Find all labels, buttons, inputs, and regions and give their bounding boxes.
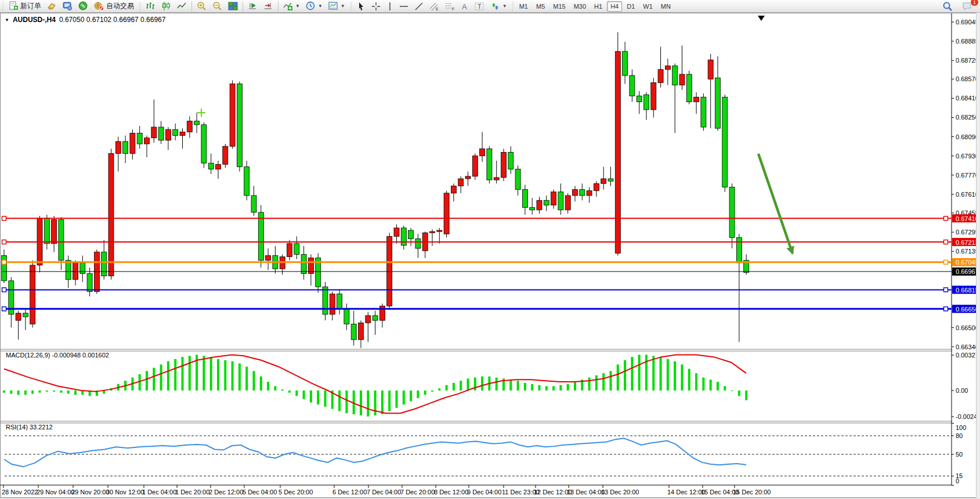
macd-histogram-bar	[253, 371, 255, 390]
indicators-button[interactable]: ▼	[280, 1, 303, 12]
candle-body	[266, 255, 271, 260]
price-tick-label: 0.67295	[956, 229, 979, 236]
candle-body	[637, 96, 642, 102]
candle-body	[16, 313, 21, 320]
macd-histogram-bar	[602, 373, 605, 390]
macd-histogram-bar	[531, 384, 533, 390]
candle-body	[437, 230, 442, 232]
toolbar-grip	[511, 2, 515, 11]
zoom-out-icon	[212, 1, 222, 11]
macd-histogram-bar	[303, 390, 305, 399]
notification-badge: 1	[970, 0, 979, 6]
timeframe-button-h4[interactable]: H4	[607, 1, 622, 12]
chart-symbol-period: AUDUSD-,H4	[13, 16, 56, 24]
line-anchor	[2, 288, 6, 292]
candle-body	[522, 190, 527, 208]
timeframe-button-mn[interactable]: MN	[657, 1, 674, 12]
zoom-in-button[interactable]	[194, 1, 209, 12]
periods-button[interactable]: ▼	[303, 1, 326, 12]
svg-text:T: T	[478, 3, 482, 10]
macd-histogram-bar	[517, 381, 519, 390]
candle-body	[201, 125, 207, 163]
crosshair-icon	[371, 2, 381, 11]
signals-button[interactable]	[75, 1, 91, 12]
candle-body	[194, 121, 200, 125]
zoom-out-button[interactable]	[209, 1, 225, 12]
svg-text:E: E	[436, 7, 439, 11]
candle-body	[644, 95, 649, 110]
search-button[interactable]	[939, 1, 956, 12]
candle-body	[144, 138, 150, 144]
rsi-axis-label: 100	[956, 424, 966, 431]
chart-canvas[interactable]: 0.690450.688850.687250.685700.684100.682…	[0, 0, 980, 499]
line-anchor	[2, 307, 6, 311]
rsi-indicator-label: RSI(14) 33.2212	[6, 424, 53, 431]
vertical-line-tool-button[interactable]	[384, 1, 396, 12]
chart-shift-button[interactable]	[261, 1, 276, 12]
cursor-tool-button[interactable]	[354, 1, 368, 12]
signal-icon	[78, 1, 88, 11]
price-tick-label: 0.68885	[956, 38, 979, 45]
macd-histogram-bar	[538, 385, 541, 390]
candle-body	[537, 200, 542, 210]
timeframe-button-m15[interactable]: M15	[549, 1, 569, 12]
bar-chart-button[interactable]	[143, 1, 158, 12]
time-axis[interactable]: 28 Nov 202229 Nov 04:0029 Nov 20:0030 No…	[2, 485, 771, 496]
line-anchor	[944, 288, 948, 292]
right-scrollbar-strip[interactable]	[976, 13, 980, 498]
horn-button[interactable]	[44, 1, 60, 12]
macd-histogram-bar	[17, 390, 20, 395]
toolbar-separator	[191, 1, 192, 12]
timeframe-button-m5[interactable]: M5	[533, 1, 548, 12]
arrows-shapes-icon	[490, 2, 500, 11]
timeframe-button-m30[interactable]: M30	[570, 1, 590, 12]
price-line-label: 0.67410	[956, 215, 979, 222]
clock-icon	[306, 1, 316, 11]
label-tool-button[interactable]: T	[472, 1, 487, 12]
toolbar-grip	[138, 2, 142, 11]
time-tick-label: 6 Dec 12:00	[332, 489, 367, 496]
horizontal-line-tool-button[interactable]	[396, 1, 411, 12]
channel-tool-button[interactable]: E	[426, 1, 442, 12]
candle-body	[344, 308, 349, 324]
crosshair-tool-button[interactable]	[368, 1, 384, 12]
auto-scroll-button[interactable]	[245, 1, 261, 12]
candle-body	[137, 133, 142, 144]
candle-body	[651, 82, 656, 110]
text-tool-button[interactable]: A	[458, 1, 472, 12]
autotrading-button[interactable]: 自动交易	[91, 1, 137, 12]
time-tick-label: 7 Dec 04:00	[367, 489, 401, 496]
macd-histogram-bar	[310, 390, 312, 403]
macd-histogram-bar	[617, 364, 619, 390]
trendline-tool-button[interactable]	[411, 1, 426, 12]
notifications-button[interactable]: 1	[959, 1, 975, 12]
price-tick-label: 0.67930	[956, 153, 979, 160]
trend-arrow-annotation[interactable]	[758, 154, 793, 254]
timeframe-button-m1[interactable]: M1	[516, 1, 531, 12]
time-tick-label: 1 Dec 20:00	[175, 489, 209, 496]
arrows-tool-button[interactable]: ▼	[487, 1, 510, 12]
macd-histogram-bar	[453, 383, 455, 390]
timeframe-button-h1[interactable]: H1	[591, 1, 606, 12]
candle-body	[208, 163, 214, 169]
timeframe-button-d1[interactable]: D1	[623, 1, 638, 12]
new-order-button[interactable]: 新订单	[6, 1, 44, 12]
fibonacci-tool-button[interactable]: F	[442, 1, 458, 12]
candle-body	[544, 200, 549, 205]
timeframe-button-w1[interactable]: W1	[639, 1, 656, 12]
tile-windows-button[interactable]	[225, 1, 241, 12]
candle-body	[458, 179, 464, 186]
macd-histogram-bar	[496, 378, 498, 390]
terminal-button[interactable]	[60, 1, 75, 12]
line-chart-icon	[177, 1, 187, 11]
candlestick-button[interactable]	[158, 1, 174, 12]
price-tick-label: 0.68570	[956, 75, 979, 82]
auto-scroll-icon	[248, 1, 258, 11]
macd-pane	[3, 355, 747, 416]
candle-body	[237, 84, 242, 167]
price-line-label: 0.67213	[956, 239, 979, 246]
templates-button[interactable]: ▼	[326, 1, 348, 12]
line-chart-button[interactable]	[174, 1, 190, 12]
macd-histogram-bar	[610, 371, 612, 390]
macd-histogram-bar	[674, 361, 676, 390]
